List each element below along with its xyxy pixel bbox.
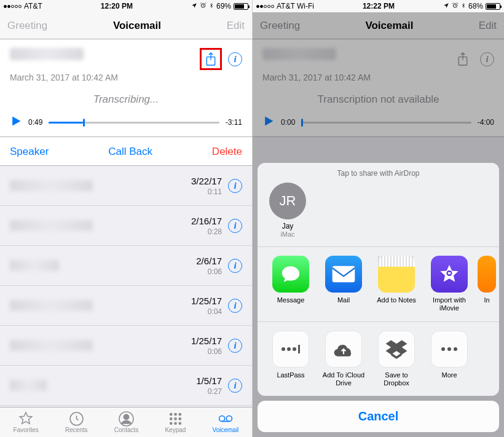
caller-name-redacted [10, 260, 59, 271]
info-button[interactable]: i [228, 219, 242, 233]
location-icon [191, 2, 197, 10]
tab-favorites[interactable]: Favorites [14, 411, 39, 433]
playback-controls: 0:49 -3:11 [10, 114, 242, 130]
notes-icon [378, 256, 415, 293]
tab-contacts[interactable]: Contacts [114, 411, 138, 433]
action-lastpass[interactable]: LastPass [266, 331, 315, 387]
edit-button[interactable]: Edit [227, 20, 245, 32]
svg-point-7 [178, 412, 181, 415]
carrier-label: AT&T [24, 2, 42, 10]
transcription-status: Transcribing... [10, 82, 242, 109]
share-button[interactable] [200, 48, 222, 70]
action-icloud-drive[interactable]: Add To iCloud Drive [319, 331, 368, 387]
battery-percent: 68% [468, 2, 483, 10]
svg-point-9 [174, 417, 177, 420]
app-label: In [484, 296, 489, 312]
info-button[interactable]: i [228, 379, 242, 393]
row-date: 1/25/17 [191, 336, 222, 346]
voicemail-detail-panel: March 31, 2017 at 10:42 AM i Transcribin… [0, 39, 252, 137]
greeting-button[interactable]: Greeting [7, 20, 47, 32]
svg-point-21 [282, 347, 285, 351]
play-button[interactable] [10, 114, 22, 130]
share-apps-row[interactable]: Message Mail Add to Notes Import wi [258, 247, 499, 321]
info-button[interactable]: i [228, 52, 242, 66]
signal-strength-icon [256, 5, 274, 8]
voicemail-row[interactable]: 1/25/17 0:04 i [0, 286, 252, 326]
row-duration: 0:06 [208, 267, 222, 276]
delete-button[interactable]: Delete [212, 146, 242, 158]
bluetooth-icon [461, 2, 466, 11]
svg-point-27 [454, 347, 457, 351]
share-app-notes[interactable]: Add to Notes [372, 256, 421, 312]
status-bar: AT&T 12:20 PM 69% [0, 0, 252, 12]
info-button[interactable]: i [228, 179, 242, 193]
action-label: Add To iCloud Drive [319, 371, 368, 387]
info-button[interactable]: i [228, 259, 242, 273]
person-icon [119, 411, 135, 426]
caller-name-redacted [10, 48, 84, 60]
bluetooth-icon [209, 2, 214, 11]
svg-point-26 [447, 347, 451, 351]
row-date: 1/25/17 [191, 296, 222, 306]
voicemail-row[interactable]: 1/25/17 0:06 i [0, 326, 252, 366]
svg-point-11 [170, 422, 173, 425]
row-duration: 0:06 [208, 347, 222, 356]
voicemail-row[interactable]: 3/22/17 0:11 i [0, 166, 252, 206]
nav-title: Voicemail [113, 20, 161, 32]
clock-icon [68, 411, 84, 426]
row-date: 3/22/17 [191, 176, 222, 186]
share-actions-row[interactable]: LastPass Add To iCloud Drive Save to Dro… [258, 322, 499, 396]
row-duration: 0:04 [208, 307, 222, 316]
svg-point-25 [441, 347, 445, 351]
cloud-upload-icon [325, 331, 362, 368]
caller-name-redacted [10, 340, 93, 351]
svg-rect-18 [333, 266, 355, 283]
location-icon [443, 2, 449, 10]
app-label: Import with iMovie [425, 296, 474, 312]
callback-button[interactable]: Call Back [108, 146, 152, 158]
keypad-icon [167, 411, 183, 426]
voicemail-row[interactable]: 2/16/17 0:28 i [0, 206, 252, 246]
svg-rect-24 [298, 345, 300, 353]
row-date: 2/6/17 [196, 256, 222, 266]
share-app-message[interactable]: Message [266, 256, 315, 312]
tab-voicemail[interactable]: Voicemail [213, 411, 239, 433]
tab-keypad[interactable]: Keypad [165, 411, 186, 433]
mail-icon [325, 256, 362, 293]
tab-recents[interactable]: Recents [65, 411, 88, 433]
caller-name-redacted [10, 300, 93, 311]
svg-rect-20 [448, 272, 451, 275]
left-screenshot: AT&T 12:20 PM 69% Greeting Voicemail Edi… [0, 0, 252, 437]
voicemail-icon [218, 411, 234, 426]
voicemail-row[interactable]: 2/6/17 0:06 i [0, 246, 252, 286]
action-more[interactable]: More [425, 331, 474, 387]
share-app-mail[interactable]: Mail [319, 256, 368, 312]
cancel-button[interactable]: Cancel [258, 401, 499, 432]
airdrop-name: Jay [282, 222, 294, 230]
tab-label: Contacts [114, 427, 138, 433]
share-app-imovie[interactable]: Import with iMovie [425, 256, 474, 312]
info-button[interactable]: i [228, 299, 242, 313]
airdrop-device: iMac [280, 230, 294, 238]
scrubber[interactable] [49, 122, 219, 124]
svg-point-13 [178, 422, 181, 425]
speaker-button[interactable]: Speaker [10, 146, 49, 158]
app-label: Add to Notes [377, 296, 416, 312]
svg-point-4 [124, 414, 128, 419]
carrier-label: AT&T Wi-Fi [277, 2, 314, 10]
remaining-time: -3:11 [226, 118, 242, 127]
voicemail-row[interactable]: 1/5/17 0:27 i [0, 366, 252, 406]
row-duration: 0:28 [208, 227, 222, 236]
svg-point-14 [219, 415, 225, 421]
share-app-partial[interactable]: In [478, 256, 496, 312]
nav-bar: Greeting Voicemail Edit [0, 12, 252, 39]
caller-name-redacted [10, 180, 93, 191]
airdrop-contact[interactable]: JR Jay iMac [266, 183, 309, 238]
svg-point-8 [170, 417, 173, 420]
alarm-icon [452, 2, 459, 10]
action-label: Save to Dropbox [372, 371, 421, 387]
tab-label: Keypad [165, 427, 186, 433]
action-dropbox[interactable]: Save to Dropbox [372, 331, 421, 387]
row-duration: 0:11 [208, 187, 222, 196]
info-button[interactable]: i [228, 339, 242, 353]
